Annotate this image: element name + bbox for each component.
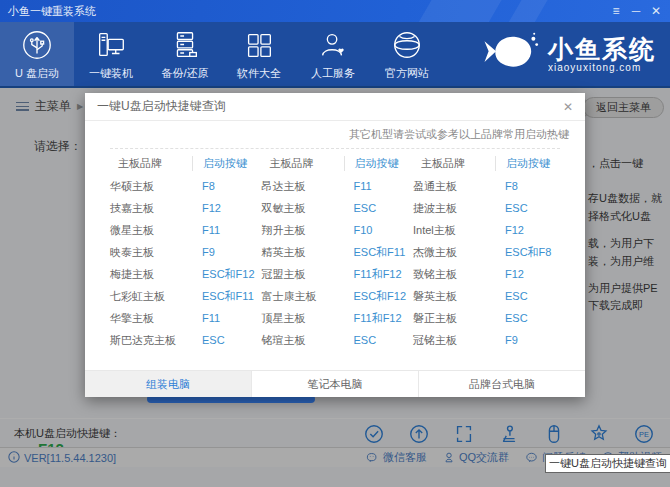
apps-grid-icon: [242, 28, 276, 62]
motherboard-brand: 精英主板: [262, 245, 344, 260]
nav-item-software-collection[interactable]: 软件大全: [222, 22, 296, 86]
motherboard-brand: 华擎主板: [110, 311, 192, 326]
motherboard-brand: 磐正主板: [413, 311, 495, 326]
hotkey-row: 顶星主板F11和F12: [262, 307, 409, 329]
nav-item-human-service[interactable]: 人工服务: [296, 22, 370, 86]
hotkey-table: 主板品牌 启动按键 华硕主板F8技嘉主板F12微星主板F11映泰主板F9梅捷主板…: [110, 148, 560, 351]
motherboard-brand: 捷波主板: [413, 201, 495, 216]
boot-key: F8: [495, 180, 560, 192]
titlebar-buttons: ≡ ─ ✕: [608, 3, 670, 19]
hotkey-row: 捷波主板ESC: [413, 197, 560, 219]
hotkey-row: 磐正主板ESC: [413, 307, 560, 329]
backup-icon: [168, 28, 202, 62]
close-icon[interactable]: ✕: [648, 3, 664, 19]
nav-item-usb-boot[interactable]: U 盘启动: [0, 22, 74, 86]
dialog-close-icon[interactable]: ✕: [563, 100, 585, 114]
boot-key: F9: [192, 246, 257, 258]
boot-key: ESC: [344, 334, 409, 346]
motherboard-brand: 杰微主板: [413, 245, 495, 260]
motherboard-brand: 华硕主板: [110, 179, 192, 194]
tab-assembled-pc[interactable]: 组装电脑: [85, 371, 251, 397]
hotkey-row: 映泰主板F9: [110, 241, 257, 263]
brand-logo: 小鱼系统 xiaoyuxitong.com: [482, 22, 670, 86]
motherboard-brand: 映泰主板: [110, 245, 192, 260]
boot-key: F12: [495, 268, 560, 280]
motherboard-brand: 富士康主板: [262, 289, 344, 304]
hotkey-row: 七彩虹主板ESC和F11: [110, 285, 257, 307]
hotkey-row: 致铭主板F12: [413, 263, 560, 285]
nav-label: 官方网站: [385, 66, 429, 81]
nav-label: U 盘启动: [15, 66, 59, 81]
boot-key: ESC: [344, 202, 409, 214]
person-service-icon: [316, 28, 350, 62]
hotkey-row: 冠铭主板F9: [413, 329, 560, 351]
motherboard-brand: 盈通主板: [413, 179, 495, 194]
motherboard-brand: 梅捷主板: [110, 267, 192, 282]
hotkey-table-header: 主板品牌 启动按键: [110, 151, 257, 175]
boot-key: F11: [344, 180, 409, 192]
boot-key: F11和F12: [344, 267, 409, 282]
boot-key: F11: [192, 312, 257, 324]
boot-key: ESC: [495, 312, 560, 324]
boot-key: ESC: [495, 290, 560, 302]
motherboard-brand: 铭瑄主板: [262, 333, 344, 348]
usb-icon: [20, 28, 54, 62]
hotkey-query-dialog: 一键U盘启动快捷键查询 ✕ 其它机型请尝试或参考以上品牌常用启动热键 主板品牌 …: [85, 93, 585, 397]
hotkey-row: 铭瑄主板ESC: [262, 329, 409, 351]
hotkey-row: 磐英主板ESC: [413, 285, 560, 307]
motherboard-brand: 翔升主板: [262, 223, 344, 238]
hotkey-table-header: 主板品牌 启动按键: [413, 151, 560, 175]
motherboard-brand: 磐英主板: [413, 289, 495, 304]
boot-key: ESC和F12: [192, 267, 257, 282]
nav-item-one-key-install[interactable]: 一键装机: [74, 22, 148, 86]
minimize-icon[interactable]: ─: [628, 3, 644, 19]
hotkey-row: 微星主板F11: [110, 219, 257, 241]
hotkey-row: Intel主板F12: [413, 219, 560, 241]
boot-key: ESC: [192, 334, 257, 346]
hotkey-row: 冠盟主板F11和F12: [262, 263, 409, 285]
menu-icon[interactable]: ≡: [608, 3, 624, 19]
hotkey-row: 翔升主板F10: [262, 219, 409, 241]
hotkey-row: 双敏主板ESC: [262, 197, 409, 219]
nav-label: 人工服务: [311, 66, 355, 81]
hotkey-row: 技嘉主板F12: [110, 197, 257, 219]
boot-key: ESC和F8: [495, 245, 560, 260]
motherboard-brand: 斯巴达克主板: [110, 333, 192, 348]
boot-key: F11和F12: [344, 311, 409, 326]
nav-label: 软件大全: [237, 66, 281, 81]
boot-key: ESC和F11: [344, 245, 409, 260]
motherboard-brand: 微星主板: [110, 223, 192, 238]
hotkey-table-column-3: 主板品牌 启动按键 盈通主板F8捷波主板ESCIntel主板F12杰微主板ESC…: [413, 151, 560, 351]
app-window: 小鱼一键重装系统 ≡ ─ ✕ U 盘启动: [0, 0, 670, 487]
motherboard-brand: 七彩虹主板: [110, 289, 192, 304]
motherboard-brand: Intel主板: [413, 223, 495, 238]
motherboard-brand: 顶星主板: [262, 311, 344, 326]
nav-item-official-website[interactable]: 官方网站: [370, 22, 444, 86]
boot-key: ESC和F11: [192, 289, 257, 304]
nav-label: 一键装机: [89, 66, 133, 81]
main-content: 主菜单 ▶ U 返回主菜单 请选择： ，点击一键存U盘数据，就择格式化U盘载，为…: [0, 88, 670, 487]
boot-key: F9: [495, 334, 560, 346]
nav-item-backup-restore[interactable]: 备份/还原: [148, 22, 222, 86]
hotkey-tooltip: 一键U盘启动快捷键查询: [545, 454, 670, 473]
hotkey-row: 华硕主板F8: [110, 175, 257, 197]
dialog-tabs: 组装电脑 笔记本电脑 品牌台式电脑: [85, 370, 585, 397]
hotkey-row: 杰微主板ESC和F8: [413, 241, 560, 263]
motherboard-brand: 冠铭主板: [413, 333, 495, 348]
motherboard-brand: 昂达主板: [262, 179, 344, 194]
dialog-header: 一键U盘启动快捷键查询 ✕: [85, 93, 585, 121]
tab-laptop[interactable]: 笔记本电脑: [251, 371, 418, 397]
hotkey-table-header: 主板品牌 启动按键: [262, 151, 409, 175]
tab-brand-desktop[interactable]: 品牌台式电脑: [418, 371, 585, 397]
titlebar: 小鱼一键重装系统 ≡ ─ ✕: [0, 0, 670, 22]
hotkey-row: 梅捷主板ESC和F12: [110, 263, 257, 285]
boot-key: F11: [192, 224, 257, 236]
motherboard-brand: 致铭主板: [413, 267, 495, 282]
motherboard-brand: 冠盟主板: [262, 267, 344, 282]
boot-key: ESC: [495, 202, 560, 214]
boot-key: F10: [344, 224, 409, 236]
motherboard-brand: 双敏主板: [262, 201, 344, 216]
dialog-note: 其它机型请尝试或参考以上品牌常用启动热键: [85, 121, 585, 142]
hotkey-row: 昂达主板F11: [262, 175, 409, 197]
boot-key: F12: [495, 224, 560, 236]
